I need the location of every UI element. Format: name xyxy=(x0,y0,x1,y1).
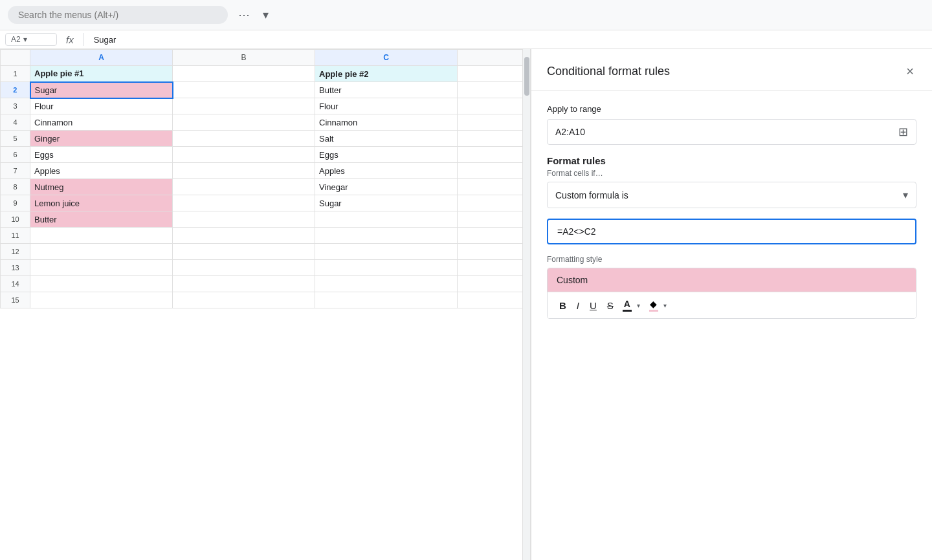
cell-b7[interactable] xyxy=(173,163,315,179)
fill-color-button[interactable]: ◆ xyxy=(647,297,661,313)
text-color-arrow[interactable]: ▾ xyxy=(637,302,640,309)
format-toolbar: B I U S A ▾ ◆ xyxy=(548,292,916,318)
cell-a1[interactable]: Apple pie #1 xyxy=(30,66,173,82)
cell-c7[interactable]: Apples xyxy=(315,163,458,179)
cell-extra-5[interactable] xyxy=(458,131,531,147)
cell-extra-3[interactable] xyxy=(458,98,531,114)
cell-extra-6[interactable] xyxy=(458,147,531,163)
cell-b2[interactable] xyxy=(173,82,315,98)
cell-a5[interactable]: Ginger xyxy=(30,131,173,147)
search-box[interactable] xyxy=(8,6,228,24)
col-header-a[interactable]: A xyxy=(30,50,173,66)
grid-container: A B C 1Apple pie #1Apple pie #22SugarBut… xyxy=(0,49,530,560)
cell-a9[interactable]: Lemon juice xyxy=(30,195,173,211)
cell-a14[interactable] xyxy=(30,276,173,292)
cell-extra-2[interactable] xyxy=(458,82,531,98)
cell-c2[interactable]: Butter xyxy=(315,82,458,98)
cell-extra-1[interactable] xyxy=(458,66,531,82)
more-icon[interactable]: ⋯ xyxy=(236,5,252,25)
collapse-icon[interactable]: ▾ xyxy=(260,5,271,25)
cell-c8[interactable]: Vinegar xyxy=(315,179,458,195)
col-header-c[interactable]: C xyxy=(315,50,458,66)
search-input[interactable] xyxy=(18,10,217,20)
close-button[interactable]: × xyxy=(904,62,916,80)
strikethrough-button[interactable]: S xyxy=(603,298,617,313)
format-condition-select[interactable]: Custom formula isIs emptyIs not emptyTex… xyxy=(555,190,903,200)
cell-b12[interactable] xyxy=(173,244,315,260)
scrollbar-thumb[interactable] xyxy=(524,57,529,96)
cell-extra-10[interactable] xyxy=(458,211,531,228)
text-color-label: A xyxy=(624,299,630,309)
cell-c13[interactable] xyxy=(315,260,458,276)
scrollbar-vertical[interactable] xyxy=(522,49,530,560)
range-input[interactable] xyxy=(555,127,898,137)
cell-b9[interactable] xyxy=(173,195,315,211)
col-header-b[interactable]: B xyxy=(173,50,315,66)
cell-extra-4[interactable] xyxy=(458,114,531,131)
cell-extra-8[interactable] xyxy=(458,179,531,195)
formula-input[interactable] xyxy=(547,219,916,244)
cell-a8[interactable]: Nutmeg xyxy=(30,179,173,195)
cell-b6[interactable] xyxy=(173,147,315,163)
cell-b10[interactable] xyxy=(173,211,315,228)
cell-b15[interactable] xyxy=(173,292,315,308)
cell-a12[interactable] xyxy=(30,244,173,260)
cell-a11[interactable] xyxy=(30,228,173,244)
cell-c15[interactable] xyxy=(315,292,458,308)
cell-a2[interactable]: Sugar xyxy=(30,82,173,98)
format-condition-dropdown[interactable]: Custom formula isIs emptyIs not emptyTex… xyxy=(547,182,916,208)
formula-input-section xyxy=(547,219,916,244)
cell-c3[interactable]: Flour xyxy=(315,98,458,114)
cell-c5[interactable]: Salt xyxy=(315,131,458,147)
cell-extra-9[interactable] xyxy=(458,195,531,211)
cell-b5[interactable] xyxy=(173,131,315,147)
cell-ref-dropdown-icon[interactable]: ▾ xyxy=(23,35,27,44)
cell-b11[interactable] xyxy=(173,228,315,244)
bold-button[interactable]: B xyxy=(555,298,570,313)
top-bar: ⋯ ▾ xyxy=(0,0,932,30)
italic-button[interactable]: I xyxy=(573,298,583,313)
side-panel: Conditional format rules × Apply to rang… xyxy=(531,49,932,560)
cell-a4[interactable]: Cinnamon xyxy=(30,114,173,131)
row-number-15: 15 xyxy=(1,292,30,308)
cell-b3[interactable] xyxy=(173,98,315,114)
cell-a6[interactable]: Eggs xyxy=(30,147,173,163)
row-number-8: 8 xyxy=(1,179,30,195)
formula-bar: A2 ▾ fx Sugar xyxy=(0,30,932,49)
cell-b14[interactable] xyxy=(173,276,315,292)
cell-c12[interactable] xyxy=(315,244,458,260)
cell-a13[interactable] xyxy=(30,260,173,276)
cell-extra-11[interactable] xyxy=(458,228,531,244)
cell-reference[interactable]: A2 ▾ xyxy=(5,33,57,46)
apply-to-range-section: Apply to range ⊞ xyxy=(547,104,916,145)
cell-a3[interactable]: Flour xyxy=(30,98,173,114)
cell-c6[interactable]: Eggs xyxy=(315,147,458,163)
range-input-row[interactable]: ⊞ xyxy=(547,119,916,145)
cell-a7[interactable]: Apples xyxy=(30,163,173,179)
cell-extra-13[interactable] xyxy=(458,260,531,276)
cell-a15[interactable] xyxy=(30,292,173,308)
cell-extra-12[interactable] xyxy=(458,244,531,260)
cell-c4[interactable]: Cinnamon xyxy=(315,114,458,131)
main-area: A B C 1Apple pie #1Apple pie #22SugarBut… xyxy=(0,49,932,560)
cell-b8[interactable] xyxy=(173,179,315,195)
formatting-style-box: Custom B I U S A ▾ xyxy=(547,268,916,319)
fill-color-bar xyxy=(649,310,658,312)
cell-extra-14[interactable] xyxy=(458,276,531,292)
cell-a10[interactable]: Butter xyxy=(30,211,173,228)
grid-select-icon[interactable]: ⊞ xyxy=(898,125,908,139)
cell-extra-7[interactable] xyxy=(458,163,531,179)
cell-b1[interactable] xyxy=(173,66,315,82)
cell-c11[interactable] xyxy=(315,228,458,244)
underline-button[interactable]: U xyxy=(586,298,601,313)
cell-c9[interactable]: Sugar xyxy=(315,195,458,211)
cell-c14[interactable] xyxy=(315,276,458,292)
cell-b13[interactable] xyxy=(173,260,315,276)
cell-b4[interactable] xyxy=(173,114,315,131)
cell-c10[interactable] xyxy=(315,211,458,228)
cell-c1[interactable]: Apple pie #2 xyxy=(315,66,458,82)
fill-color-arrow[interactable]: ▾ xyxy=(663,302,667,309)
cell-extra-15[interactable] xyxy=(458,292,531,308)
col-header-d[interactable] xyxy=(458,50,531,66)
text-color-button[interactable]: A xyxy=(620,297,634,313)
